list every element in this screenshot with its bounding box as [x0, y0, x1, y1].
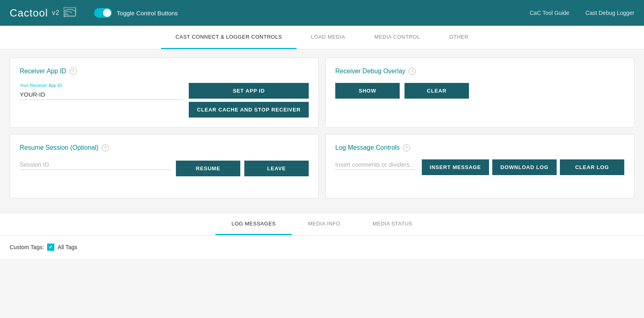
receiver-debug-help-icon[interactable]: ? — [409, 68, 416, 75]
session-input-area — [20, 159, 171, 176]
nav-cac-tool-guide[interactable]: CaC Tool Guide — [530, 10, 570, 16]
tab-log-messages[interactable]: LOG MESSAGES — [215, 213, 292, 235]
log-controls-layout: INSERT MESSAGE DOWNLOAD LOG CLEAR LOG — [335, 159, 624, 176]
tab-cast-connect[interactable]: CAST CONNECT & LOGGER CONTROLS — [161, 26, 296, 49]
session-layout: RESUME LEAVE — [20, 159, 309, 176]
custom-tags-row: Custom Tags: All Tags — [10, 244, 634, 251]
log-message-input[interactable] — [335, 159, 415, 170]
clear-debug-overlay-button[interactable]: CLEAR — [405, 83, 469, 99]
tab-media-status[interactable]: MEDIA STATUS — [356, 213, 428, 235]
receiver-debug-title: Receiver Debug Overlay ? — [335, 68, 624, 75]
download-log-button[interactable]: DOWNLOAD LOG — [492, 159, 557, 175]
custom-tags-label: Custom Tags: — [10, 244, 44, 250]
toggle-label: Toggle Control Buttons — [117, 10, 178, 17]
receiver-app-help-icon[interactable]: ? — [70, 68, 77, 75]
logo-version: v2 — [52, 9, 60, 17]
resume-session-title: Resume Session (Optional) ? — [20, 144, 309, 151]
resume-session-help-icon[interactable]: ? — [102, 144, 109, 151]
log-message-title: Log Message Controls ? — [335, 144, 624, 151]
receiver-app-layout: Your Receiver App ID SET APP ID CLEAR CA… — [20, 83, 309, 118]
app-header: Cactool v2 Toggle Control Buttons CaC To… — [0, 0, 644, 26]
toggle-switch[interactable] — [94, 8, 112, 18]
app-logo: Cactool v2 — [10, 7, 78, 19]
bottom-section: LOG MESSAGES MEDIA INFO MEDIA STATUS Cus… — [0, 213, 644, 259]
set-app-id-button[interactable]: SET APP ID — [189, 83, 309, 99]
logo-text: Cactool — [10, 7, 48, 19]
receiver-app-buttons: SET APP ID CLEAR CACHE AND STOP RECEIVER — [189, 83, 309, 118]
receiver-app-id-title: Receiver App ID ? — [20, 68, 309, 75]
log-buttons: INSERT MESSAGE DOWNLOAD LOG CLEAR LOG — [422, 159, 625, 175]
leave-button[interactable]: LEAVE — [244, 161, 309, 176]
clear-log-button[interactable]: CLEAR LOG — [560, 159, 624, 175]
log-input-area — [335, 159, 415, 176]
session-buttons: RESUME LEAVE — [176, 161, 309, 176]
clear-cache-stop-receiver-button[interactable]: CLEAR CACHE AND STOP RECEIVER — [189, 102, 309, 118]
cast-logo-icon — [64, 7, 78, 19]
resume-button[interactable]: RESUME — [176, 161, 240, 176]
bottom-content: Custom Tags: All Tags — [0, 235, 644, 259]
resume-session-card: Resume Session (Optional) ? RESUME LEAVE — [10, 134, 319, 198]
tab-load-media[interactable]: LOAD MEDIA — [297, 26, 360, 49]
log-message-help-icon[interactable]: ? — [403, 144, 410, 151]
receiver-debug-overlay-card: Receiver Debug Overlay ? SHOW CLEAR — [325, 58, 634, 128]
toggle-control-buttons[interactable]: Toggle Control Buttons — [94, 8, 178, 18]
insert-message-button[interactable]: INSERT MESSAGE — [422, 159, 489, 175]
session-id-input[interactable] — [20, 159, 171, 170]
tab-media-control[interactable]: MEDIA CONTROL — [360, 26, 435, 49]
receiver-app-id-card: Receiver App ID ? Your Receiver App ID S… — [10, 58, 319, 128]
cards-grid: Receiver App ID ? Your Receiver App ID S… — [10, 58, 634, 198]
receiver-app-id-input[interactable] — [20, 89, 182, 100]
receiver-app-input-label: Your Receiver App ID — [20, 83, 182, 88]
all-tags-checkbox[interactable] — [47, 244, 54, 251]
bottom-tab-bar: LOG MESSAGES MEDIA INFO MEDIA STATUS — [0, 213, 644, 235]
nav-cast-debug-logger[interactable]: Cast Debug Logger — [586, 10, 634, 16]
receiver-app-input-area: Your Receiver App ID — [20, 83, 182, 106]
svg-point-1 — [64, 15, 66, 17]
log-message-controls-card: Log Message Controls ? INSERT MESSAGE DO… — [325, 134, 634, 198]
main-tab-bar: CAST CONNECT & LOGGER CONTROLS LOAD MEDI… — [0, 26, 644, 50]
tab-other[interactable]: OTHER — [435, 26, 483, 49]
show-debug-overlay-button[interactable]: SHOW — [335, 83, 400, 99]
debug-overlay-buttons: SHOW CLEAR — [335, 83, 624, 99]
header-nav: CaC Tool Guide Cast Debug Logger — [530, 10, 634, 16]
tab-media-info[interactable]: MEDIA INFO — [292, 213, 356, 235]
all-tags-label: All Tags — [58, 244, 77, 250]
main-content: Receiver App ID ? Your Receiver App ID S… — [0, 50, 644, 213]
